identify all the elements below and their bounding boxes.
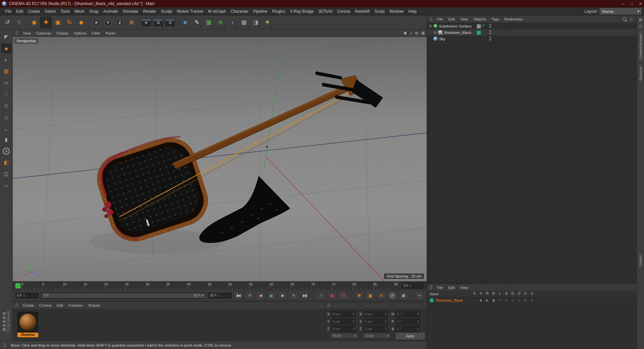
- material-menu-item[interactable]: Texture: [85, 303, 103, 307]
- menu-item[interactable]: Corona: [335, 9, 353, 14]
- move-tool-button[interactable]: ✚: [40, 17, 52, 28]
- layer-column-label[interactable]: L: [497, 292, 503, 295]
- panel-grip[interactable]: [430, 285, 433, 290]
- camera-button[interactable]: ◨: [250, 17, 261, 28]
- layer-column-label[interactable]: V: [478, 292, 484, 295]
- layers-menu-item[interactable]: Edit: [446, 286, 458, 290]
- panel-grip[interactable]: [430, 17, 433, 21]
- timeline-ruler[interactable]: 051015202530354045505560657075808590 0 F…: [13, 281, 427, 290]
- menu-item[interactable]: Character: [228, 9, 251, 14]
- previous-frame-button[interactable]: ◀: [256, 292, 265, 300]
- keyframe-parameter-toggle[interactable]: P: [388, 292, 397, 300]
- render-queue-button[interactable]: ▥: [164, 17, 176, 28]
- coord-value-field[interactable]: 0 cm ▴▾: [364, 326, 388, 332]
- expander-icon[interactable]: ⊞: [434, 31, 436, 34]
- goto-end-button[interactable]: ▶▮: [300, 292, 309, 300]
- next-frame-button[interactable]: ▶: [278, 292, 287, 300]
- stepper-icon[interactable]: ▴▾: [353, 312, 354, 316]
- viewport-canvas[interactable]: Y X Z Perspective Grid Spacing : 10 cm: [13, 37, 427, 281]
- coordinate-space-dropdown[interactable]: World ▾: [330, 333, 358, 339]
- menu-item[interactable]: Animate: [101, 9, 120, 14]
- render-view-button[interactable]: ▶: [141, 17, 152, 28]
- layer-column-label[interactable]: R: [484, 292, 490, 295]
- frame-range-slider[interactable]: 0 F 90 F ▾: [41, 292, 206, 299]
- menu-item[interactable]: Motion Tracker: [174, 9, 206, 14]
- texture-mode-button[interactable]: ◐: [1, 55, 11, 64]
- object-manager-menu-item[interactable]: Objects: [471, 17, 488, 21]
- layer-toggle-icon[interactable]: ◇: [509, 299, 516, 302]
- layer-row[interactable]: Shamisen_Black ◦◉◧▦✎≡◇△⊚✕: [427, 297, 637, 303]
- layer-toggle-icon[interactable]: ◦: [471, 299, 478, 302]
- render-settings-button[interactable]: ▤: [153, 17, 164, 28]
- stepper-icon[interactable]: ▴▾: [418, 320, 419, 323]
- layer-toggle-icon[interactable]: ▦: [490, 299, 497, 302]
- stepper-icon[interactable]: ▴▾: [353, 327, 354, 331]
- x-axis-lock-button[interactable]: X: [91, 17, 102, 28]
- tag-icon[interactable]: [477, 24, 481, 29]
- menu-item[interactable]: Mesh: [72, 9, 87, 14]
- object-row-sky[interactable]: Sky: [427, 36, 637, 42]
- tab-structure[interactable]: Structure: [638, 63, 643, 84]
- spline-pen-button[interactable]: ✎: [191, 17, 203, 28]
- expander-icon[interactable]: ⊟: [429, 24, 432, 28]
- coord-value-field[interactable]: 0 cm ▴▾: [331, 318, 356, 325]
- z-axis-lock-button[interactable]: Z: [114, 17, 125, 28]
- undo-button[interactable]: ↺: [2, 17, 13, 28]
- floor-button[interactable]: ▩: [238, 17, 250, 28]
- subdivision-surface-button[interactable]: ▦: [203, 17, 214, 28]
- last-tool-button[interactable]: ◆: [75, 17, 87, 28]
- viewport-menu-item[interactable]: Filter: [89, 31, 103, 35]
- menu-item[interactable]: Redshift: [353, 9, 372, 14]
- close-button[interactable]: ✕: [639, 2, 642, 6]
- cloner-button[interactable]: ⊚: [215, 17, 226, 28]
- menu-item[interactable]: M oGraph: [206, 9, 228, 14]
- menu-item[interactable]: Help: [406, 9, 419, 14]
- layer-column-label[interactable]: M: [490, 292, 497, 295]
- home-icon[interactable]: ⌂: [630, 17, 633, 21]
- object-manager-menu-item[interactable]: Tags: [489, 17, 502, 21]
- menu-item[interactable]: Edit: [14, 9, 25, 14]
- object-manager-menu-item[interactable]: Edit: [446, 17, 458, 21]
- points-mode-button[interactable]: ∷: [1, 89, 11, 99]
- menu-item[interactable]: Create: [25, 9, 42, 14]
- viewport-menu-item[interactable]: Display: [54, 31, 71, 35]
- object-row-shamisen-black[interactable]: ⊞ ✎ Shamisen_Black: [427, 29, 637, 36]
- viewport-toggle-icon[interactable]: ⊞: [421, 31, 425, 36]
- axis-mode-button[interactable]: ∟: [1, 123, 11, 133]
- snap-toggle-button[interactable]: S: [1, 146, 11, 156]
- uv-mode-button[interactable]: ▨: [1, 66, 11, 76]
- viewport-menu-item[interactable]: Panel: [103, 31, 118, 35]
- stepper-icon[interactable]: ▴▾: [418, 312, 419, 316]
- ring-tool-button[interactable]: ○: [1, 181, 11, 190]
- stepper-icon[interactable]: ▴▾: [385, 312, 386, 316]
- stepper-icon[interactable]: ▴▾: [385, 320, 386, 323]
- menu-item[interactable]: Window: [387, 9, 406, 14]
- play-sound-button[interactable]: ○: [316, 292, 325, 300]
- timeline-playhead[interactable]: [15, 283, 21, 289]
- coord-value-field[interactable]: 0 ° ▴▾: [396, 326, 420, 332]
- start-frame-field[interactable]: 0 F ▴▾: [15, 293, 39, 299]
- panel-grip[interactable]: [15, 31, 18, 35]
- viewport-orbit-icon[interactable]: ↻: [415, 31, 418, 36]
- next-key-button[interactable]: ↻: [289, 292, 298, 300]
- viewport-nav-button[interactable]: ▮: [1, 135, 11, 144]
- material-menu-item[interactable]: Edit: [54, 303, 66, 307]
- menu-item[interactable]: File: [3, 9, 14, 14]
- layer-toggle-icon[interactable]: ◉: [478, 299, 484, 302]
- visibility-dots[interactable]: [489, 24, 491, 28]
- camera-label[interactable]: Perspective: [15, 39, 38, 43]
- menu-item[interactable]: Sculpt: [159, 9, 174, 14]
- scale-tool-button[interactable]: ▣: [52, 17, 63, 28]
- material-menu-item[interactable]: Create: [20, 303, 37, 307]
- menu-item[interactable]: Simulate: [120, 9, 141, 14]
- tab-content-browser[interactable]: Content Browser: [638, 30, 643, 62]
- menu-item[interactable]: Snap: [87, 9, 101, 14]
- transform-mode-dropdown[interactable]: Scale ▾: [363, 333, 391, 339]
- layers-menu-item[interactable]: File: [434, 286, 446, 290]
- layer-column-label[interactable]: G: [509, 292, 516, 295]
- y-axis-lock-button[interactable]: Y: [102, 17, 114, 28]
- layer-toggle-icon[interactable]: ⊚: [522, 299, 529, 302]
- viewport-menu-item[interactable]: Cameras: [34, 31, 54, 35]
- enabled-check-icon[interactable]: ✓: [482, 23, 485, 28]
- viewport-dolly-icon[interactable]: ↕: [410, 31, 412, 36]
